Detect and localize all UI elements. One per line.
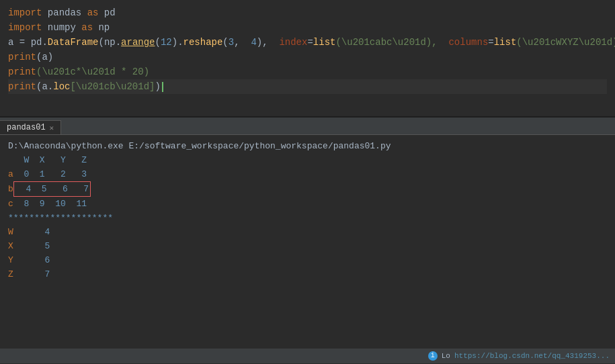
stars-line: ******************** <box>8 211 607 225</box>
df-header: W X Y Z <box>8 153 607 167</box>
code-line-3: a = pd.DataFrame(np.arange(12).reshape(3… <box>8 35 607 50</box>
code-line-6: print(a.loc[\u201cb\u201d]) <box>8 79 607 94</box>
df-row-a: a 0 1 2 3 <box>8 167 607 181</box>
series-x: X 5 <box>8 239 607 253</box>
df-row-c: c 8 9 10 11 <box>8 197 607 211</box>
status-link: https://blog.csdn.net/qq_4319253... <box>454 350 610 362</box>
series-y: Y 6 <box>8 253 607 267</box>
status-bar: i Lo https://blog.csdn.net/qq_4319253... <box>0 349 615 363</box>
code-line-5: print(\u201c*\u201d * 20) <box>8 64 607 79</box>
df-row-b: b 4 5 6 7 <box>8 181 607 197</box>
code-editor[interactable]: import pandas as pd import numpy as np a… <box>0 0 615 118</box>
code-line-2: import numpy as np <box>8 20 607 35</box>
info-icon: i <box>428 351 438 361</box>
terminal-tabs: pandas01 ✕ <box>0 118 615 135</box>
text-cursor <box>162 82 163 92</box>
terminal-path: D:\Anaconda\python.exe E:/software_works… <box>8 139 607 153</box>
tab-label: pandas01 <box>7 123 46 132</box>
series-z: Z 7 <box>8 267 607 281</box>
code-line-1: import pandas as pd <box>8 5 607 20</box>
series-w: W 4 <box>8 225 607 239</box>
status-lo-text: Lo <box>442 350 450 362</box>
terminal-body: D:\Anaconda\python.exe E:/software_works… <box>0 135 615 363</box>
terminal-tab-pandas01[interactable]: pandas01 ✕ <box>0 120 61 134</box>
tab-close-icon[interactable]: ✕ <box>50 124 54 132</box>
code-line-4: print(a) <box>8 50 607 64</box>
